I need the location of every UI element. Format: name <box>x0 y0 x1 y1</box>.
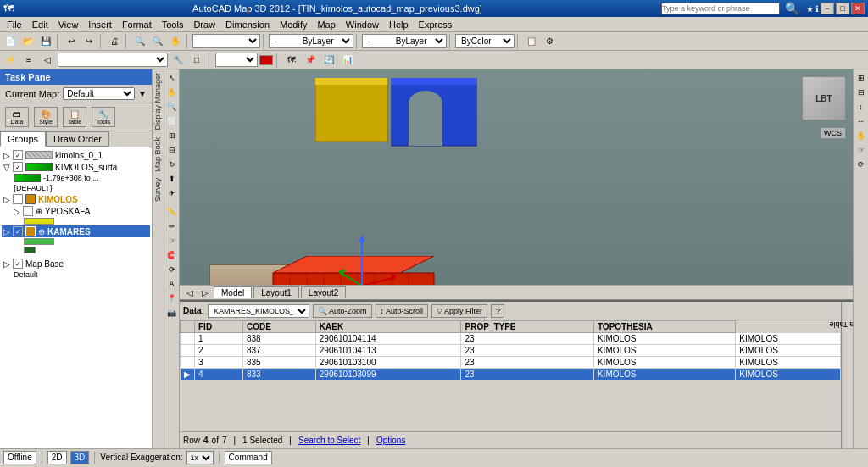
tab-draw-order[interactable]: Draw Order <box>46 131 109 147</box>
open-button[interactable]: 📂 <box>19 34 36 49</box>
pan-button[interactable]: ✋ <box>167 34 184 49</box>
layer-item[interactable]: ▷ KIMOLOS <box>2 193 150 205</box>
linetype-combo[interactable]: ——— ByLayer <box>269 34 353 48</box>
magnet-tool[interactable]: 🧲 <box>165 248 179 262</box>
markup-tool[interactable]: ✏ <box>165 220 179 233</box>
layer-props-button[interactable]: 🔧 <box>170 53 186 68</box>
col-kaek[interactable]: KAEK <box>315 321 461 333</box>
rotate-tool[interactable]: ⟳ <box>165 263 179 276</box>
color-combo2[interactable] <box>215 53 258 67</box>
layers-button[interactable]: 📋 <box>523 34 540 49</box>
layer-name[interactable]: kimolos_0_1 <box>55 151 103 160</box>
layer-state-button[interactable]: ⚡ <box>2 53 19 68</box>
layer-item[interactable]: ▷ ⊕ YPOSKAFA <box>12 205 150 217</box>
layer-checkbox[interactable] <box>13 194 23 204</box>
zoom-in-button[interactable]: 🔍 <box>131 34 148 49</box>
auto-scroll-button[interactable]: ↕ Auto-Scroll <box>376 304 429 318</box>
camera-tool[interactable]: 📷 <box>165 306 179 320</box>
rt-btn4[interactable]: ↔ <box>854 114 868 128</box>
menu-item-modify[interactable]: Modify <box>275 19 312 31</box>
minimize-button[interactable]: − <box>821 3 834 14</box>
survey-label[interactable]: Survey <box>153 175 164 205</box>
menu-item-insert[interactable]: Insert <box>83 19 117 31</box>
table-row[interactable]: 383529061010310023KIMOLOSKIMOLOS <box>181 357 841 369</box>
rt-btn5[interactable]: ✋ <box>854 129 868 142</box>
tools-icon[interactable]: 🔧 Tools <box>92 107 115 127</box>
print-button[interactable]: 🖨 <box>106 34 123 49</box>
layer-name-selected[interactable]: KAMARES <box>47 227 91 236</box>
display-manager-label[interactable]: Display Manager <box>153 69 164 134</box>
menu-item-draw[interactable]: Draw <box>188 19 220 31</box>
layer-checkbox[interactable] <box>23 206 33 216</box>
layer-name-combo[interactable]: EIA_3D_Poly <box>58 53 168 67</box>
search-to-select-link[interactable]: Search to Select <box>298 436 360 445</box>
map-base-label[interactable]: Map Base <box>25 259 64 269</box>
layer-name[interactable]: KIMOLOS <box>38 195 78 204</box>
rt-btn2[interactable]: ⊟ <box>854 86 868 99</box>
current-map-select[interactable]: Default <box>63 87 135 100</box>
color-btn[interactable] <box>259 55 273 65</box>
menu-item-map[interactable]: Map <box>312 19 340 31</box>
layer-prev-button[interactable]: ◁ <box>39 53 56 68</box>
layer-name[interactable]: KIMOLOS_surfa <box>55 163 117 172</box>
layer-name[interactable]: YPOSKAFA <box>45 207 90 216</box>
data-source-combo[interactable]: KAMARES_KIMOLOS_CA <box>208 304 309 318</box>
layer-checkbox[interactable]: ✓ <box>13 226 23 236</box>
ve-combo[interactable]: 1x 2x 5x <box>186 451 214 464</box>
table-row[interactable]: 183829061010411423KIMOLOSKIMOLOS <box>181 333 841 345</box>
info-icon[interactable]: ℹ <box>815 4 819 14</box>
menu-item-file[interactable]: File <box>2 19 27 31</box>
3d-button[interactable]: 3D <box>70 451 90 464</box>
menu-item-help[interactable]: Help <box>384 19 414 31</box>
orbit-tool[interactable]: ↻ <box>165 158 179 171</box>
auto-zoom-button[interactable]: 🔍 Auto-Zoom <box>313 304 372 318</box>
map-btn1[interactable]: 🗺 <box>283 53 300 68</box>
measure-tool[interactable]: 📏 <box>165 205 179 219</box>
properties-button[interactable]: ⚙ <box>541 34 558 49</box>
rt-btn6[interactable]: ☞ <box>854 143 868 157</box>
layer-icon2[interactable]: □ <box>188 53 205 68</box>
apply-filter-button[interactable]: ▽ Apply Filter <box>431 304 487 318</box>
map-book-label[interactable]: Map Book <box>153 134 164 175</box>
new-button[interactable]: 📄 <box>2 34 19 49</box>
rt-btn3[interactable]: ↕ <box>854 100 868 114</box>
col-code[interactable]: CODE <box>242 321 315 333</box>
redo-button[interactable]: ↪ <box>81 34 97 49</box>
options-link[interactable]: Options <box>376 436 405 445</box>
nav-cube[interactable]: LBT <box>802 76 846 120</box>
map-btn3[interactable]: 🔄 <box>320 53 337 68</box>
col-prop-type[interactable]: PROP_TYPE <box>461 321 593 333</box>
table-row[interactable]: ▶483329061010309923KIMOLOSKIMOLOS <box>181 369 841 381</box>
data-icon[interactable]: 🗃 Data <box>5 107 29 127</box>
style-icon[interactable]: 🎨 Style <box>34 107 58 127</box>
menu-item-window[interactable]: Window <box>341 19 384 31</box>
table-icon[interactable]: 📋 Table <box>63 107 86 127</box>
maximize-button[interactable]: □ <box>836 3 849 14</box>
menu-item-view[interactable]: View <box>53 19 84 31</box>
layer-checkbox-mapbase[interactable]: ✓ <box>13 259 23 269</box>
lineweight-combo[interactable]: ——— ByLayer <box>362 34 447 48</box>
zoom-extents[interactable]: ⊞ <box>165 129 179 142</box>
tab-groups[interactable]: Groups <box>0 131 46 147</box>
model-tab[interactable]: Model <box>214 286 252 298</box>
search-input[interactable] <box>661 3 780 14</box>
map-btn2[interactable]: 📌 <box>302 53 319 68</box>
hand-tool[interactable]: ☞ <box>165 234 179 247</box>
layer-item[interactable]: ▽ ✓ KIMOLOS_surfa <box>2 161 150 173</box>
pan-tool[interactable]: ✋ <box>165 86 179 99</box>
layer-list-button[interactable]: ≡ <box>20 53 37 68</box>
layout1-tab[interactable]: Layout1 <box>253 286 299 298</box>
zoom-tool[interactable]: 🔍 <box>165 100 179 114</box>
layer-item[interactable]: ▷ ✓ kimolos_0_1 <box>2 149 150 161</box>
fly-tool[interactable]: ✈ <box>165 186 179 200</box>
layer-item-selected[interactable]: ▷ ✓ ⊕ KAMARES <box>2 225 150 237</box>
next-button[interactable]: ▷ <box>198 288 212 297</box>
menu-item-express[interactable]: Express <box>414 19 458 31</box>
color-combo[interactable]: ByColor <box>455 34 515 48</box>
2d-button[interactable]: 2D <box>47 451 67 464</box>
offline-status[interactable]: Offline <box>3 451 36 464</box>
viewport-3d[interactable]: LBT WCS Data: KAMARES_KIMOLOS_CA <box>180 69 853 448</box>
map-dropdown-arrow[interactable]: ▼ <box>138 89 147 98</box>
data-table-side-label[interactable]: Data Table <box>824 319 853 331</box>
walk-tool[interactable]: ⬆ <box>165 172 179 186</box>
